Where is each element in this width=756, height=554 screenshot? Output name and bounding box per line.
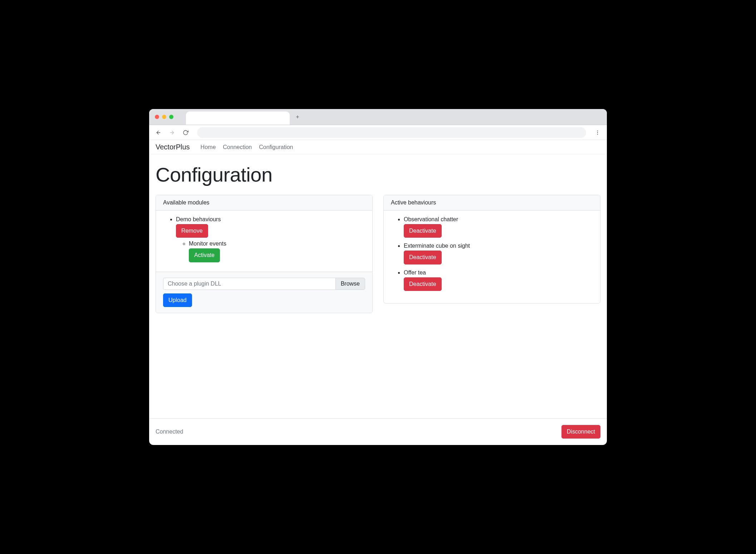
nav-link-home[interactable]: Home [201,144,216,150]
behaviour-name: Observational chatter [404,216,458,222]
behaviour-name: Monitor events [189,241,226,247]
active-behaviour-item: Observational chatter Deactivate [404,216,593,238]
titlebar [149,109,607,125]
active-behaviour-item: Exterminate cube on sight Deactivate [404,243,593,264]
available-modules-card: Available modules Demo behaviours Remove… [156,195,373,313]
module-list: Demo behaviours Remove Monitor events Ac… [163,216,365,262]
module-name: Demo behaviours [176,216,221,222]
deactivate-button[interactable]: Deactivate [404,251,442,264]
svg-point-5 [597,132,598,133]
active-behaviour-item: Offer tea Deactivate [404,269,593,291]
cards-row: Available modules Demo behaviours Remove… [156,195,600,313]
browser-menu-button[interactable] [593,128,603,138]
remove-module-button[interactable]: Remove [176,224,208,238]
minimize-window-button[interactable] [162,115,166,119]
close-window-button[interactable] [155,115,159,119]
connection-status: Connected [156,429,183,435]
module-behaviour-list: Monitor events Activate [176,241,365,262]
svg-point-4 [597,130,598,131]
plus-icon [295,114,300,119]
upload-button[interactable]: Upload [163,293,192,307]
more-vertical-icon [595,130,600,135]
maximize-window-button[interactable] [169,115,173,119]
address-bar[interactable] [197,127,586,138]
navbar: VectorPlus Home Connection Configuration [149,140,607,154]
card-header: Available modules [156,195,372,211]
window-controls [155,115,173,119]
active-behaviour-list: Observational chatter Deactivate Extermi… [391,216,593,291]
main: Configuration Available modules Demo beh… [149,154,607,418]
browser-window: VectorPlus Home Connection Configuration… [149,109,607,445]
brand[interactable]: VectorPlus [156,143,190,151]
arrow-right-icon [169,130,175,135]
module-item: Demo behaviours Remove Monitor events Ac… [176,216,365,262]
behaviour-name: Exterminate cube on sight [404,243,470,249]
arrow-left-icon [156,130,161,135]
behaviour-name: Offer tea [404,269,426,276]
reload-icon [183,130,188,135]
activate-button[interactable]: Activate [189,248,220,262]
page-content: VectorPlus Home Connection Configuration… [149,140,607,445]
new-tab-button[interactable] [293,112,303,122]
footer: Connected Disconnect [149,418,607,445]
svg-point-6 [597,134,598,134]
file-input[interactable]: Choose a plugin DLL [163,278,335,290]
deactivate-button[interactable]: Deactivate [404,224,442,238]
back-button[interactable] [153,128,163,138]
deactivate-button[interactable]: Deactivate [404,277,442,291]
nav-link-connection[interactable]: Connection [223,144,252,150]
browser-toolbar [149,125,607,140]
browser-tab[interactable] [186,112,290,125]
module-behaviour-item: Monitor events Activate [189,241,365,262]
active-behaviours-card: Active behaviours Observational chatter … [383,195,600,303]
page-title: Configuration [156,163,600,186]
disconnect-button[interactable]: Disconnect [561,425,600,439]
forward-button[interactable] [167,128,177,138]
nav-link-configuration[interactable]: Configuration [259,144,293,150]
card-header: Active behaviours [384,195,600,211]
upload-footer: Choose a plugin DLL Browse Upload [156,272,372,313]
browse-button[interactable]: Browse [335,278,365,290]
reload-button[interactable] [181,128,191,138]
